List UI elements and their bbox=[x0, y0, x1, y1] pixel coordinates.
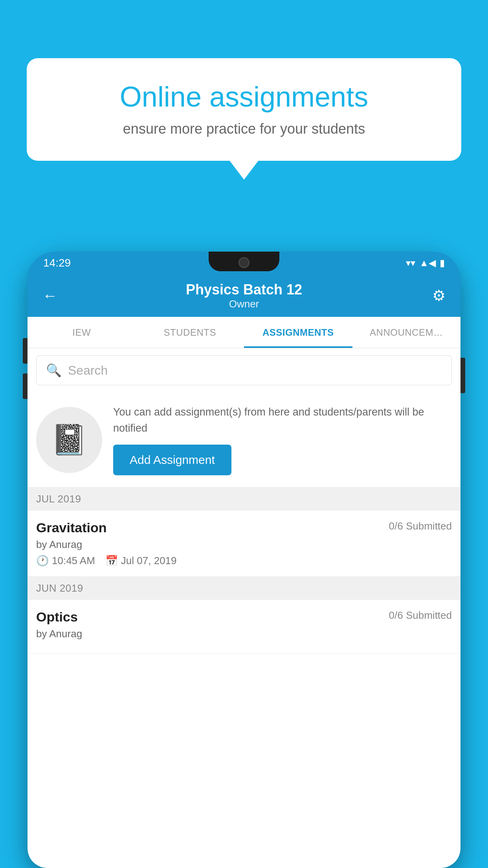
assignment-by-optics: by Anurag bbox=[36, 628, 452, 640]
tabs-bar: IEW STUDENTS ASSIGNMENTS ANNOUNCEM… bbox=[28, 317, 460, 348]
phone-screen: 14:29 ▾▾ ▲◀ ▮ ← Physics Batch 12 Owner ⚙… bbox=[28, 252, 460, 868]
assignment-submitted-gravitation: 0/6 Submitted bbox=[389, 520, 452, 532]
assignment-meta-gravitation: 🕐 10:45 AM 📅 Jul 07, 2019 bbox=[36, 555, 452, 567]
assignment-row1-optics: Optics 0/6 Submitted bbox=[36, 609, 452, 625]
phone-screen-body: IEW STUDENTS ASSIGNMENTS ANNOUNCEM… 🔍 Se… bbox=[28, 317, 460, 868]
clock-icon: 🕐 bbox=[36, 555, 49, 567]
month-group-jun: JUN 2019 bbox=[28, 577, 460, 600]
battery-icon: ▮ bbox=[440, 257, 445, 268]
header-title-block: Physics Batch 12 Owner bbox=[62, 281, 426, 310]
tab-announcements[interactable]: ANNOUNCEM… bbox=[352, 317, 461, 348]
assignment-submitted-optics: 0/6 Submitted bbox=[389, 609, 452, 622]
assignment-row1: Gravitation 0/6 Submitted bbox=[36, 520, 452, 535]
header-subtitle: Owner bbox=[62, 298, 426, 310]
notebook-icon: 📓 bbox=[51, 423, 88, 457]
status-time: 14:29 bbox=[43, 257, 71, 269]
front-camera bbox=[238, 257, 250, 268]
header-title: Physics Batch 12 bbox=[62, 281, 426, 298]
month-group-jul: JUL 2019 bbox=[28, 487, 460, 511]
promo-section: 📓 You can add assignment(s) from here an… bbox=[28, 392, 460, 487]
add-assignment-button[interactable]: Add Assignment bbox=[113, 445, 231, 475]
speech-bubble-container: Online assignments ensure more practice … bbox=[27, 58, 461, 161]
status-icons: ▾▾ ▲◀ ▮ bbox=[406, 257, 445, 268]
phone-frame: 14:29 ▾▾ ▲◀ ▮ ← Physics Batch 12 Owner ⚙… bbox=[28, 252, 460, 868]
volume-up-button[interactable] bbox=[23, 338, 28, 364]
settings-icon[interactable]: ⚙ bbox=[426, 287, 446, 304]
tab-iew[interactable]: IEW bbox=[28, 317, 136, 348]
calendar-icon: 📅 bbox=[105, 555, 118, 567]
app-header: ← Physics Batch 12 Owner ⚙ bbox=[28, 274, 460, 317]
back-button[interactable]: ← bbox=[42, 287, 62, 304]
time-meta: 🕐 10:45 AM bbox=[36, 555, 95, 567]
assignment-item-optics[interactable]: Optics 0/6 Submitted by Anurag bbox=[28, 600, 460, 654]
signal-icon: ▲◀ bbox=[419, 257, 436, 268]
phone-notch bbox=[209, 252, 279, 271]
search-icon: 🔍 bbox=[46, 363, 62, 378]
date-meta: 📅 Jul 07, 2019 bbox=[105, 555, 177, 567]
speech-bubble-subtitle: ensure more practice for your students bbox=[52, 121, 436, 137]
assignment-name-gravitation: Gravitation bbox=[36, 520, 106, 535]
volume-down-button[interactable] bbox=[23, 373, 28, 399]
assignment-name-optics: Optics bbox=[36, 609, 78, 625]
promo-text-block: You can add assignment(s) from here and … bbox=[113, 404, 452, 475]
tab-students[interactable]: STUDENTS bbox=[136, 317, 244, 348]
search-input-wrap[interactable]: 🔍 Search bbox=[36, 355, 452, 385]
assignment-by-gravitation: by Anurag bbox=[36, 539, 452, 551]
search-container: 🔍 Search bbox=[28, 348, 460, 392]
speech-bubble-title: Online assignments bbox=[52, 80, 436, 114]
promo-icon-circle: 📓 bbox=[36, 407, 102, 473]
assignment-time: 10:45 AM bbox=[52, 555, 95, 567]
speech-bubble: Online assignments ensure more practice … bbox=[27, 58, 461, 161]
promo-description: You can add assignment(s) from here and … bbox=[113, 404, 452, 436]
assignment-date: Jul 07, 2019 bbox=[121, 555, 177, 567]
tab-assignments[interactable]: ASSIGNMENTS bbox=[244, 317, 352, 348]
power-button[interactable] bbox=[460, 358, 465, 393]
assignment-item-gravitation[interactable]: Gravitation 0/6 Submitted by Anurag 🕐 10… bbox=[28, 511, 460, 577]
wifi-icon: ▾▾ bbox=[406, 257, 415, 268]
search-placeholder-text: Search bbox=[68, 363, 108, 378]
